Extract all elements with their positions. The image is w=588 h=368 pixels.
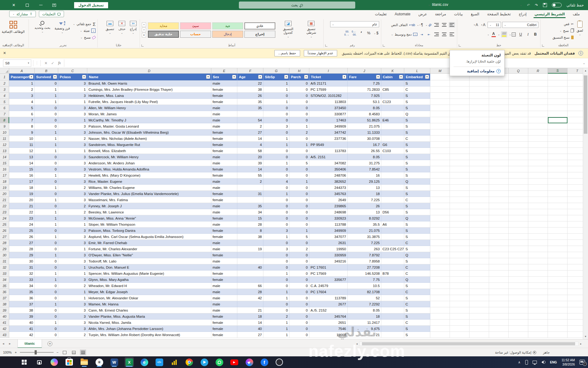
cell[interactable] — [528, 283, 548, 289]
cell[interactable]: 0 — [35, 332, 58, 338]
cell[interactable]: Ahlin, Mrs. Johan (Johanna Persdotter La… — [87, 326, 211, 332]
cell[interactable]: 1 — [263, 86, 289, 93]
cell[interactable] — [528, 221, 548, 228]
cell[interactable] — [528, 301, 548, 307]
cell[interactable] — [528, 178, 548, 185]
cell[interactable] — [528, 252, 548, 258]
cell[interactable]: 0 — [289, 185, 309, 191]
cell[interactable]: 0 — [289, 320, 309, 326]
cell[interactable] — [489, 301, 509, 307]
cell[interactable]: S — [404, 172, 430, 178]
cell[interactable]: 0 — [35, 313, 58, 320]
cell[interactable]: 0 — [35, 117, 58, 123]
cell[interactable]: PC 17599 — [309, 86, 348, 93]
cell[interactable] — [237, 185, 263, 191]
cell[interactable] — [430, 178, 450, 185]
cell[interactable]: Turpin, Mrs. William John Robert (Doroth… — [87, 332, 211, 338]
cell[interactable]: 2677 — [309, 301, 348, 307]
cell[interactable] — [489, 166, 509, 172]
cell[interactable] — [469, 283, 489, 289]
cell[interactable] — [548, 228, 567, 234]
cell[interactable] — [430, 270, 450, 277]
cell[interactable] — [489, 326, 509, 332]
cell[interactable]: 345764 — [309, 313, 348, 320]
cell[interactable] — [489, 215, 509, 221]
column-header-J[interactable]: J — [348, 68, 381, 74]
cell[interactable]: 17463 — [309, 117, 348, 123]
page-layout-view-icon[interactable] — [71, 350, 77, 355]
cell[interactable]: 7.225 — [348, 240, 381, 246]
cell[interactable] — [548, 301, 567, 307]
cell[interactable] — [548, 80, 567, 86]
cell[interactable]: S — [404, 295, 430, 301]
cell[interactable] — [450, 246, 469, 252]
cell[interactable] — [450, 264, 469, 270]
cell[interactable]: 7.75 — [348, 277, 381, 283]
cell[interactable]: 0 — [263, 105, 289, 111]
cell[interactable] — [430, 74, 450, 80]
cell[interactable] — [528, 240, 548, 246]
cell[interactable]: 21 — [348, 332, 381, 338]
taskbar-whatsapp-icon[interactable] — [215, 357, 224, 367]
cell[interactable]: 0 — [263, 277, 289, 283]
cell[interactable] — [489, 234, 509, 240]
cell[interactable]: 2 — [289, 129, 309, 136]
cell[interactable]: 0 — [289, 93, 309, 99]
font-dialog-launcher-icon[interactable] — [459, 44, 461, 47]
language-indicator[interactable]: ENG — [550, 360, 557, 364]
cell[interactable] — [430, 221, 450, 228]
cell[interactable] — [450, 166, 469, 172]
cell[interactable]: 0 — [35, 154, 58, 160]
cell[interactable] — [509, 215, 528, 221]
cell[interactable] — [509, 166, 528, 172]
normal-view-icon[interactable] — [80, 350, 86, 355]
conditional-formatting-button[interactable]: ▦ تنسيق شرطي⌄ — [301, 20, 322, 42]
cell[interactable]: 3 — [58, 123, 87, 129]
cell[interactable]: 11.2417 — [348, 320, 381, 326]
cell[interactable]: 8 — [237, 228, 263, 234]
cell[interactable]: 113803 — [309, 99, 348, 105]
cell[interactable]: 1 — [263, 80, 289, 86]
column-header-Q[interactable]: Q — [509, 68, 528, 74]
cell[interactable] — [450, 123, 469, 129]
cell[interactable] — [489, 289, 509, 295]
filter-dropdown-icon[interactable]: ▼ — [206, 75, 210, 79]
cell[interactable] — [430, 93, 450, 99]
cell[interactable] — [528, 289, 548, 295]
cell[interactable] — [528, 86, 548, 93]
cell[interactable]: 1 — [58, 270, 87, 277]
cell[interactable]: 0 — [35, 240, 58, 246]
cell[interactable]: 22 — [9, 209, 35, 215]
bold-button[interactable]: B — [532, 31, 538, 37]
cell[interactable]: 2 — [9, 86, 35, 93]
cell[interactable] — [489, 142, 509, 148]
cut-button[interactable]: ✂قص — [552, 21, 574, 27]
cell[interactable]: 5 — [289, 234, 309, 240]
cell[interactable] — [450, 240, 469, 246]
cell[interactable] — [489, 93, 509, 99]
cell[interactable]: A./5. 2152 — [309, 307, 348, 313]
row-header-30[interactable]: 30 — [0, 252, 9, 258]
cell[interactable]: S — [404, 283, 430, 289]
cell[interactable]: 0 — [263, 215, 289, 221]
insert-cells-button[interactable]: ⇦ إدراج⌄ — [129, 20, 138, 42]
cell[interactable] — [528, 332, 548, 338]
cell[interactable]: male — [211, 240, 237, 246]
cell-style-good[interactable]: جيد — [212, 22, 243, 29]
cell[interactable] — [450, 136, 469, 142]
cell[interactable]: male — [211, 80, 237, 86]
cell[interactable] — [548, 283, 567, 289]
cell[interactable]: 0 — [289, 252, 309, 258]
cell[interactable]: C — [404, 264, 430, 270]
cell[interactable]: C — [404, 240, 430, 246]
cell[interactable]: 3 — [58, 191, 87, 197]
cell[interactable]: 12 — [9, 148, 35, 154]
filter-dropdown-icon[interactable]: ▼ — [82, 75, 86, 79]
cell[interactable] — [381, 215, 404, 221]
cell[interactable] — [548, 191, 567, 197]
cell[interactable]: 113788 — [309, 221, 348, 228]
cell[interactable]: 51.8625 — [348, 117, 381, 123]
cell[interactable]: Q — [404, 277, 430, 283]
cell[interactable] — [489, 117, 509, 123]
cell[interactable]: Hewlett, Mrs. (Mary D Kingcome) — [87, 172, 211, 178]
